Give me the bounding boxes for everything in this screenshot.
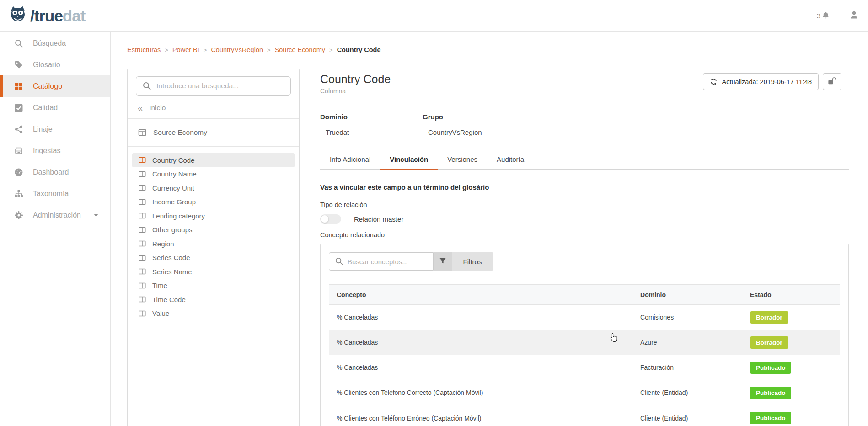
table-row[interactable]: % Canceladas Azure Borrador: [329, 330, 840, 355]
column-icon: [138, 170, 146, 178]
home-label: Inicio: [149, 104, 166, 112]
cell-dominio: Cliente (Entidad): [633, 389, 743, 396]
refresh-updated-button[interactable]: Actualizada: 2019-06-17 11:48: [703, 73, 819, 90]
funnel-icon: [439, 257, 447, 266]
structure-column-item[interactable]: Series Name: [132, 265, 295, 279]
sidebar-item-busqueda[interactable]: Búsqueda: [0, 32, 110, 54]
breadcrumb-current: Country Code: [337, 46, 381, 53]
structure-column-item[interactable]: Currency Unit: [132, 181, 295, 195]
back-to-home-link[interactable]: « Inicio: [128, 96, 299, 118]
structure-column-item[interactable]: Region: [132, 237, 295, 251]
structure-column-label: Country Code: [152, 156, 195, 164]
concept-search-input[interactable]: [329, 252, 434, 271]
column-icon: [138, 267, 146, 276]
filters-button[interactable]: Filtros: [452, 252, 493, 271]
collapse-icon: «: [138, 105, 143, 111]
unlock-button[interactable]: [823, 73, 841, 90]
cell-concepto: % Canceladas: [329, 339, 633, 346]
column-icon: [138, 240, 146, 248]
structure-column-item[interactable]: Country Code: [132, 153, 295, 167]
cell-dominio: Facturación: [633, 364, 743, 371]
structure-column-item[interactable]: Other groups: [132, 223, 295, 237]
status-badge: Publicado: [750, 362, 792, 374]
breadcrumb-link-powerbi[interactable]: Power BI: [172, 46, 199, 53]
table-row[interactable]: % Clientes con Teléfono Erróneo (Captaci…: [329, 405, 840, 426]
header-concepto: Concepto: [329, 291, 633, 298]
chevron-down-icon: [94, 214, 98, 217]
parent-structure-item[interactable]: Source Economy: [128, 119, 299, 146]
search-icon: [14, 39, 24, 48]
structure-column-label: Region: [152, 240, 174, 248]
link-section-heading: Vas a vincular este campo a un término d…: [320, 183, 849, 191]
sidebar-item-label: Taxonomía: [33, 190, 69, 198]
tab[interactable]: Info Adicional: [320, 151, 380, 169]
concepts-table: Concepto Dominio Estado % Canceladas Com…: [329, 284, 840, 426]
sidebar-item-linaje[interactable]: Linaje: [0, 118, 110, 140]
table-row[interactable]: % Canceladas Comisiones Borrador: [329, 305, 840, 330]
table-icon: [138, 128, 147, 137]
breadcrumb-link-countryvsregion[interactable]: CountryVsRegion: [211, 46, 263, 53]
structure-column-item[interactable]: Time Code: [132, 293, 295, 307]
sidebar-item-catalogo[interactable]: Catálogo: [0, 75, 110, 97]
table-row[interactable]: % Canceladas Facturación Publicado: [329, 355, 840, 380]
search-icon: [335, 257, 343, 267]
share-icon: [14, 125, 24, 134]
toggle-knob: [321, 215, 329, 223]
sidebar-item-taxonomia[interactable]: Taxonomía: [0, 183, 110, 204]
structure-search-input[interactable]: [136, 76, 291, 96]
group-label: Grupo: [423, 113, 482, 121]
cell-concepto: % Clientes con Teléfono Correcto (Captac…: [329, 389, 633, 396]
structure-column-label: Series Name: [152, 268, 192, 276]
breadcrumb: Estructuras>Power BI>CountryVsRegion>Sou…: [127, 46, 381, 53]
sidebar-item-glosario[interactable]: Glosario: [0, 54, 110, 75]
sidebar-item-label: Administración: [33, 211, 81, 219]
user-menu-button[interactable]: [849, 10, 859, 21]
sidebar-item-label: Búsqueda: [33, 39, 66, 48]
owl-logo-icon: [7, 5, 28, 27]
structure-column-item[interactable]: Series Code: [132, 251, 295, 265]
filter-funnel-button[interactable]: [434, 252, 452, 271]
main-sidebar: Búsqueda Glosario Catálogo Calidad Linaj…: [0, 32, 111, 426]
status-badge: Borrador: [750, 311, 788, 324]
structure-column-label: Other groups: [152, 226, 193, 234]
column-icon: [138, 198, 146, 206]
sidebar-item-ingestas[interactable]: Ingestas: [0, 140, 110, 161]
sidebar-item-administracion[interactable]: Administración: [0, 204, 110, 226]
relation-master-toggle[interactable]: [320, 214, 341, 224]
breadcrumb-link-sourceeconomy[interactable]: Source Economy: [275, 46, 325, 53]
structure-column-label: Value: [152, 309, 169, 317]
structure-column-label: Currency Unit: [152, 184, 194, 192]
notifications-button[interactable]: 3: [817, 11, 830, 21]
sidebar-item-calidad[interactable]: Calidad: [0, 97, 110, 118]
cell-dominio: Cliente (Entidad): [633, 415, 743, 422]
table-row[interactable]: % Clientes con Teléfono Correcto (Captac…: [329, 380, 840, 405]
cell-concepto: % Canceladas: [329, 364, 633, 371]
column-icon: [138, 295, 146, 304]
breadcrumb-link-estructuras[interactable]: Estructuras: [127, 46, 161, 53]
column-icon: [138, 254, 146, 262]
cell-dominio: Azure: [633, 339, 743, 346]
search-icon: [142, 81, 151, 92]
column-icon: [138, 309, 146, 318]
column-icon: [138, 226, 146, 234]
structure-column-item[interactable]: Value: [132, 307, 295, 321]
status-badge: Publicado: [750, 387, 792, 399]
structure-column-item[interactable]: Lending category: [132, 209, 295, 223]
breadcrumb-separator: >: [267, 47, 271, 53]
gear-icon: [14, 211, 24, 220]
tab[interactable]: Vinculación: [380, 151, 438, 169]
sidebar-item-label: Calidad: [33, 104, 58, 112]
updated-label: Actualizada: 2019-06-17 11:48: [722, 78, 812, 85]
structure-column-item[interactable]: Income Group: [132, 195, 295, 209]
sidebar-item-dashboard[interactable]: Dashboard: [0, 161, 110, 183]
tab[interactable]: Auditoría: [487, 151, 534, 169]
main-content: Country Code Columna Actualizada: 2019-0…: [320, 69, 849, 426]
metadata-section: Dominio Truedat Grupo CountryVsRegion: [320, 113, 849, 139]
structure-column-item[interactable]: Time: [132, 279, 295, 293]
column-icon: [138, 184, 146, 192]
structure-column-item[interactable]: Country Name: [132, 167, 295, 181]
domain-label: Dominio: [320, 113, 415, 121]
tab[interactable]: Versiones: [438, 151, 487, 169]
header-dominio: Dominio: [633, 291, 743, 298]
truedat-logo[interactable]: /truedat: [7, 5, 85, 27]
